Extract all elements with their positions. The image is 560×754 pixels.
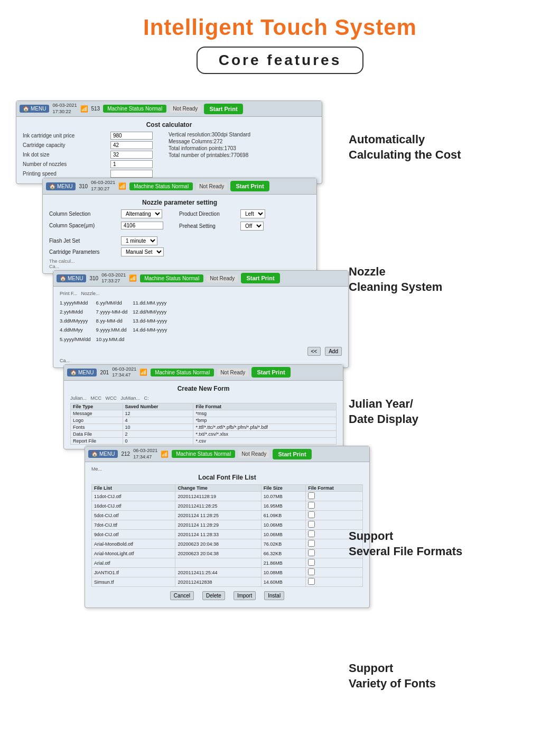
table-row: Arial.otf21.86MB [92, 558, 363, 568]
start-print-2[interactable]: Start Print [230, 181, 269, 191]
label-fonts: Support Variety of Fonts [349, 661, 436, 691]
not-ready-1: Not Ready [170, 105, 201, 113]
menu-button-5[interactable]: 🏠 MENU [88, 450, 118, 458]
label-julian: Julian Year/ Date Display [349, 397, 418, 427]
table-row: Message12*msg [71, 410, 337, 417]
date-col-1: 1.yyyyMMdd 2.yyMMdd 3.ddMMyyyy 4.ddMMyy … [60, 298, 91, 343]
core-features-badge: Core features [197, 47, 364, 74]
column-selection-select[interactable]: Alternating [121, 209, 162, 218]
status-badge-3: Machine Status Normal [140, 274, 203, 282]
label-file-formats: Support Several File Formats [349, 529, 462, 559]
back-button[interactable]: << [307, 347, 321, 356]
col-file-type: File Type [71, 403, 123, 410]
screens-column: 🏠 MENU 06-03-2021 17:30:22 📶 513 Machine… [5, 100, 343, 608]
label-nozzle: Nozzle Cleaning System [349, 264, 442, 295]
table-row: Logo4*bmp [71, 417, 337, 424]
cartridge-params-select[interactable]: Manual Set [121, 247, 164, 256]
screen-julian-date: 🏠 MENU 310 06-03-2021 17:33:27 📶 Machine… [53, 270, 349, 368]
menu-button-2[interactable]: 🏠 MENU [46, 182, 76, 190]
not-ready-2: Not Ready [196, 182, 227, 190]
screen5-title: Local Font File List [91, 474, 363, 481]
table-row: Arial-MonoBold.otf20200623 20:04:3876.02… [92, 539, 363, 549]
home-icon-5: 🏠 [91, 451, 98, 457]
install-button[interactable]: Instal [264, 591, 284, 600]
timestamp-2: 06-03-2021 17:30:27 [91, 180, 115, 192]
screen-fonts: 🏠 MENU 212 06-03-2021 17:34:47 📶 Machine… [85, 446, 370, 608]
font-checkbox[interactable] [308, 568, 315, 575]
date-col-3: 11.dd.MM.yyyy 12.dd/MM/yyyy 13.dd-MM-yyy… [133, 298, 167, 343]
signal-icon-2: 📶 [118, 182, 126, 190]
table-row: 7dot-CIJ.ttf20201124 11:28:2910.06MB [92, 520, 363, 530]
font-file-table: File List Change Time File Size File For… [91, 484, 363, 587]
preheat-select[interactable]: Off [240, 222, 264, 231]
ink-price-input[interactable] [110, 132, 153, 140]
screen1-title: Cost calculator [23, 121, 315, 128]
screen-cost-calculator: 🏠 MENU 06-03-2021 17:30:22 📶 513 Machine… [16, 100, 322, 184]
delete-button[interactable]: Delete [202, 591, 225, 600]
label-auto-cost: Automatically Calculating the Cost [349, 132, 461, 162]
screen-file-formats: 🏠 MENU 201 06-03-2021 17:34:47 📶 Machine… [63, 364, 343, 449]
screen-nozzle: 🏠 MENU 310 06-03-2021 17:30:27 📶 Machine… [42, 178, 317, 273]
home-icon-2: 🏠 [49, 183, 55, 189]
font-checkbox[interactable] [308, 540, 315, 547]
not-ready-4: Not Ready [217, 369, 248, 376]
screen1-info: Vertical resolution:300dpi Standard Mess… [169, 132, 250, 179]
font-checkbox[interactable] [308, 578, 315, 585]
not-ready-3: Not Ready [207, 274, 238, 282]
screen4-title: Create New Form [70, 385, 337, 392]
menu-button-3[interactable]: 🏠 MENU [57, 274, 86, 282]
timestamp-5: 06-03-2021 17:34:47 [133, 448, 157, 460]
table-row: JIANTIO1.tf2020112411:25:4410.08MB [92, 568, 363, 577]
menu-button-1[interactable]: 🏠 MENU [20, 105, 49, 113]
start-print-4[interactable]: Start Print [251, 367, 290, 378]
date-col-2: 6.yy/MM/dd 7.yyyy-MM-dd 8.yy-MM-dd 9.yyy… [96, 298, 128, 343]
font-checkbox[interactable] [308, 502, 315, 509]
timestamp-3: 06-03-2021 17:33:27 [101, 272, 126, 284]
start-print-5[interactable]: Start Print [273, 449, 311, 459]
ink-dot-size-input[interactable] [110, 151, 153, 159]
start-print-1[interactable]: Start Print [204, 104, 242, 114]
home-icon-4: 🏠 [70, 370, 77, 375]
status-badge-1: Machine Status Normal [103, 105, 166, 113]
table-row: Data File2*.txt/*.csv/*.xlsx [71, 430, 337, 437]
table-row: Fonts10*.ttf/*.ttc/*.otf/*.pfb/*.pfm/*.p… [71, 424, 337, 430]
status-badge-2: Machine Status Normal [129, 182, 193, 190]
font-checkbox[interactable] [308, 559, 315, 566]
import-button[interactable]: Import [234, 591, 256, 600]
signal-icon-1: 📶 [80, 105, 88, 113]
menu-button-4[interactable]: 🏠 MENU [67, 369, 97, 376]
file-format-table: File Type Saved Number File Format Messa… [70, 403, 337, 445]
cartridge-capacity-input[interactable] [110, 141, 153, 149]
home-icon-3: 🏠 [60, 275, 66, 281]
col-file-size: File Size [261, 485, 305, 492]
table-row: 11dot-CIJ.otf202011241128:1910.07MB [92, 492, 363, 501]
font-checkbox[interactable] [308, 511, 315, 518]
table-row: 5dot-CIJ.otf20201124 11:28:2561.09KB [92, 511, 363, 520]
signal-icon-4: 📶 [139, 369, 147, 376]
font-checkbox[interactable] [308, 530, 315, 537]
product-direction-select[interactable]: Left [240, 209, 265, 218]
cancel-button[interactable]: Cancel [170, 591, 194, 600]
table-row: 16dot-CIJ.otf2020112411:28:2516.95MB [92, 501, 363, 511]
col-change-time: Change Time [175, 485, 261, 492]
start-print-3[interactable]: Start Print [241, 273, 279, 283]
signal-icon-5: 📶 [161, 450, 169, 458]
signal-icon-3: 📶 [129, 274, 137, 282]
font-checkbox[interactable] [308, 492, 315, 499]
flash-jet-select[interactable]: 1 minute [121, 236, 157, 245]
table-row: 9dot-CIJ.otf20201124 11:28:3310.06MB [92, 530, 363, 539]
not-ready-5: Not Ready [238, 450, 269, 458]
column-space-input[interactable] [121, 222, 163, 229]
col-file-list: File List [92, 485, 175, 492]
table-row: Report File0*.csv [71, 437, 337, 444]
col-file-format: File Format [193, 403, 337, 410]
font-checkbox[interactable] [308, 521, 315, 528]
table-row: Arial-MonoLight.otf20200623 20:04:3866.3… [92, 549, 363, 558]
font-checkbox[interactable] [308, 549, 315, 556]
col-saved-number: Saved Number [123, 403, 193, 410]
printing-speed-input[interactable] [110, 170, 153, 178]
add-button[interactable]: Add [325, 347, 342, 356]
home-icon: 🏠 [23, 106, 29, 112]
status-badge-5: Machine Status Normal [172, 450, 235, 458]
num-nozzles-input[interactable] [110, 160, 153, 168]
